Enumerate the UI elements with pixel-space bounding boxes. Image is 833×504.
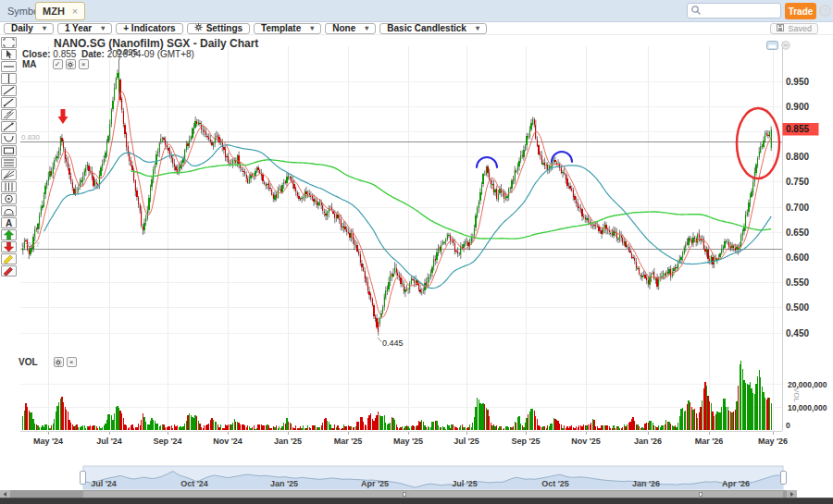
- search-input[interactable]: [687, 3, 781, 18]
- indicators-button[interactable]: + Indicators: [116, 23, 182, 34]
- symbol-tab[interactable]: MZH ×: [35, 2, 85, 20]
- pane-restore-icon[interactable]: [781, 37, 790, 54]
- down-arrow-annotation[interactable]: [58, 109, 68, 124]
- navigator-right-handle[interactable]: [781, 472, 787, 485]
- symbol-tab-label: MZH: [43, 6, 65, 17]
- price-axis-tick: 0.750: [786, 177, 809, 187]
- tool-fullscreen-icon[interactable]: [1, 37, 17, 48]
- settings-button[interactable]: Settings: [187, 23, 250, 34]
- chart-type-dropdown[interactable]: Basic Candlestick ▾: [379, 23, 487, 34]
- last-price-tag-text: 0.855: [786, 124, 809, 134]
- interval-dropdown[interactable]: Daily ▾: [4, 23, 54, 34]
- navigator-month-tick: Apr '25: [361, 479, 389, 488]
- chart-application-window: 0.8300.6170.9500.9000.8000.7500.7000.650…: [0, 0, 833, 504]
- tool-parallel-lines-icon[interactable]: [1, 109, 17, 120]
- tool-highlighter-red-icon[interactable]: [1, 265, 17, 277]
- tool-horizontal-line-icon[interactable]: [1, 61, 17, 72]
- pane-controls: [766, 37, 790, 54]
- price-axis-tick: 0.650: [786, 227, 809, 238]
- navigator-month-tick: Jan '25: [270, 479, 298, 488]
- tool-circle-icon[interactable]: [1, 193, 17, 204]
- chevron-down-icon: ▾: [365, 24, 368, 32]
- tool-gann-fan-icon[interactable]: [1, 169, 17, 180]
- top-bar: Symbols: MZH × Trade ?: [0, 0, 833, 22]
- navigator-month-tick: Oct '25: [541, 479, 569, 488]
- drawing-toolbar: A: [1, 37, 19, 277]
- vol-label: VOL: [19, 357, 38, 367]
- arc-annotation[interactable]: [477, 157, 497, 167]
- navigator-left-handle[interactable]: [81, 472, 86, 485]
- price-axis-tick: 0.450: [786, 328, 809, 338]
- vol-indicator-row: VOL ×: [19, 357, 77, 367]
- tool-arrow-down-icon[interactable]: [1, 241, 17, 252]
- month-axis-tick: Jul '24: [96, 436, 122, 446]
- chart-toolbar: Daily ▾ 1 Year ▾ + Indicators Settings T…: [0, 22, 833, 35]
- gear-icon: [194, 23, 203, 33]
- vol-remove-icon[interactable]: ×: [67, 357, 77, 367]
- month-axis-tick: Jul '25: [454, 436, 479, 446]
- symbol-tab-close-icon[interactable]: ×: [72, 6, 78, 17]
- ma-line-long: [131, 160, 771, 239]
- chart-title: NANO.SG (Nanofilm) SGX - Daily Chart: [54, 37, 258, 50]
- scrollbar-grip[interactable]: [699, 492, 702, 497]
- ma-line-short: [26, 92, 771, 317]
- tool-trendline-icon[interactable]: [1, 85, 17, 96]
- tool-cursor-icon[interactable]: [1, 49, 17, 60]
- date-value: 2026-04-09 (GMT+8): [107, 49, 194, 59]
- close-value: 0.855: [53, 49, 76, 59]
- tool-arrow-up-icon[interactable]: [1, 229, 17, 240]
- month-axis-tick: Jan '26: [634, 436, 662, 446]
- last-price-tag: 0.855: [783, 123, 819, 136]
- month-axis-tick: Nov '24: [213, 436, 242, 446]
- search-icon: [690, 3, 702, 19]
- candles-layer: [22, 59, 772, 336]
- ma-settings-icon[interactable]: [66, 59, 76, 69]
- ma-visible-checkbox[interactable]: ✓: [53, 59, 63, 69]
- ma-line-mid: [44, 145, 772, 289]
- tool-rectangle-icon[interactable]: [1, 145, 17, 156]
- tool-arrow-line-icon[interactable]: [1, 121, 17, 132]
- chevron-down-icon: ▾: [43, 24, 46, 32]
- volume-layer: [22, 361, 772, 430]
- month-axis-tick: May '24: [33, 436, 63, 446]
- month-axis-tick: Nov '25: [571, 436, 601, 446]
- template-dropdown[interactable]: Template ▾: [254, 23, 321, 34]
- tool-text-icon[interactable]: A: [1, 217, 17, 228]
- ma-indicator-row: MA ✓ ×: [22, 59, 89, 69]
- saved-button[interactable]: Saved: [770, 23, 818, 34]
- price-axis-tick: 0.550: [786, 277, 809, 288]
- tool-ray-line-icon[interactable]: [1, 97, 17, 108]
- grid-layer: [20, 46, 782, 430]
- month-axis-tick: Sep '24: [153, 436, 181, 446]
- scrollbar-thumb[interactable]: [83, 491, 783, 498]
- trade-button[interactable]: Trade: [785, 3, 816, 19]
- price-axis-tick: 0.700: [786, 203, 809, 213]
- moving-averages-layer: [26, 92, 771, 317]
- tool-fibonacci-icon[interactable]: [1, 157, 17, 168]
- tool-highlighter-yellow-icon[interactable]: [1, 253, 17, 264]
- tool-dome-icon[interactable]: [1, 205, 17, 216]
- tool-vertical-bars-icon[interactable]: [1, 181, 17, 192]
- tool-arc-icon[interactable]: [1, 133, 17, 144]
- range-dropdown[interactable]: 1 Year ▾: [57, 23, 112, 34]
- scrollbar-grip[interactable]: [403, 492, 406, 497]
- navigator-month-tick: Jan '26: [632, 479, 660, 488]
- vol-settings-icon[interactable]: [54, 357, 64, 367]
- ma-remove-icon[interactable]: ×: [79, 59, 89, 69]
- drawn-horizontal-lines: 0.8300.617: [20, 133, 782, 249]
- chart-subtitle: Close: 0.855 Date: 2026-04-09 (GMT+8): [22, 49, 194, 59]
- hline-price-label: 0.830: [21, 133, 41, 141]
- style-dropdown[interactable]: None ▾: [325, 23, 376, 34]
- pane-maximize-icon[interactable]: [766, 37, 778, 54]
- help-icon[interactable]: ?: [819, 5, 831, 17]
- ma-label: MA: [22, 59, 37, 69]
- trough-price-annotation: 0.445: [382, 338, 404, 348]
- date-label: Date:: [81, 49, 105, 59]
- volume-axis-tick: 0: [786, 421, 790, 430]
- tool-vertical-line-icon[interactable]: [1, 73, 17, 84]
- navigator-month-tick: Oct '24: [180, 479, 208, 488]
- month-axis-tick: Sep '25: [511, 436, 540, 446]
- price-chart-canvas[interactable]: 0.8300.6170.9500.9000.8000.7500.7000.650…: [0, 0, 833, 504]
- month-axis-tick: Mar '25: [334, 436, 363, 446]
- close-label: Close:: [22, 49, 51, 59]
